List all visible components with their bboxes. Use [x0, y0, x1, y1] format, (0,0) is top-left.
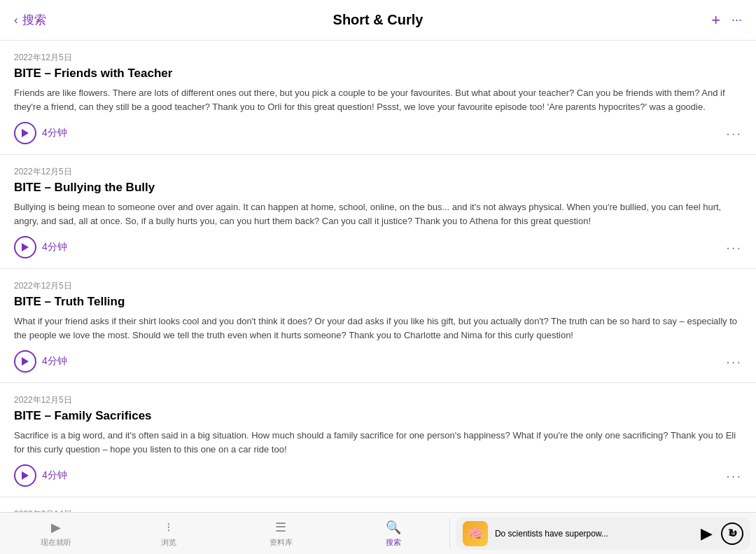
episode-date: 2022年12月5日	[14, 52, 742, 64]
add-button[interactable]: +	[711, 11, 720, 29]
episode-description: Friends are like flowers. There are lots…	[14, 86, 742, 113]
episode-date: 2022年12月5日	[14, 166, 742, 178]
tab-now-playing[interactable]: ▶ 现在就听	[0, 513, 112, 554]
episode-title: BITE – Family Sacrifices	[14, 409, 742, 423]
episode-controls: 4分钟 ···	[14, 122, 742, 154]
now-playing-skip-button[interactable]: ↻ 30	[721, 522, 743, 545]
now-playing-title: Do scientists have superpow...	[495, 529, 694, 539]
episode-controls: 4分钟 ···	[14, 350, 742, 382]
now-playing-bar[interactable]: 🧠 Do scientists have superpow... ▶ ↻ 30	[456, 517, 750, 550]
play-button[interactable]	[14, 464, 36, 487]
episode-more-button[interactable]: ···	[726, 240, 742, 256]
episode-date: 2022年12月5日	[14, 280, 742, 292]
now-playing-thumbnail: 🧠	[463, 521, 488, 546]
episode-list: 2022年12月5日 BITE – Friends with Teacher F…	[0, 41, 756, 512]
episode-item: 2022年12月5日 BITE – Friends with Teacher F…	[0, 41, 756, 155]
more-button[interactable]: ···	[732, 13, 742, 27]
browse-icon: ⁝	[167, 520, 171, 535]
tab-divider	[449, 518, 450, 548]
episode-duration: 4分钟	[42, 355, 67, 368]
play-button[interactable]	[14, 122, 36, 144]
play-icon	[21, 471, 29, 480]
episode-controls: 4分钟 ···	[14, 464, 742, 497]
now-playing-controls: ▶ ↻ 30	[701, 522, 743, 545]
tab-search-label: 搜索	[386, 537, 401, 548]
episode-description: Bullying is being mean to someone over a…	[14, 200, 742, 228]
tab-browse[interactable]: ⁝ 浏览	[112, 513, 224, 554]
episode-controls: 4分钟 ···	[14, 236, 742, 268]
back-button[interactable]: ‹ 搜索	[14, 12, 46, 28]
play-icon	[21, 357, 29, 366]
play-button[interactable]	[14, 350, 36, 373]
play-button[interactable]	[14, 236, 36, 258]
tab-search[interactable]: 🔍 搜索	[337, 513, 449, 554]
now-playing-emoji: 🧠	[468, 526, 483, 541]
episode-title: BITE – Bullying the Bully	[14, 181, 742, 195]
tab-library-label: 资料库	[270, 537, 293, 548]
episode-more-button[interactable]: ···	[726, 468, 742, 484]
svg-marker-1	[22, 243, 29, 251]
tab-bar: ▶ 现在就听 ⁝ 浏览 ☰ 资料库 🔍 搜索 🧠 Do scientists h…	[0, 512, 756, 554]
search-icon: 🔍	[386, 520, 401, 535]
svg-marker-3	[22, 471, 29, 480]
play-row: 4分钟	[14, 350, 67, 373]
now-playing-play-button[interactable]: ▶	[701, 525, 713, 543]
episode-duration: 4分钟	[42, 127, 67, 139]
episode-item: 2022年12月5日 BITE – Truth Telling What if …	[0, 269, 756, 383]
episode-more-button[interactable]: ···	[726, 125, 742, 141]
episode-item: 2022年9月14日	[0, 497, 756, 512]
episode-item: 2022年12月5日 BITE – Bullying the Bully Bul…	[0, 155, 756, 269]
episode-title: BITE – Truth Telling	[14, 295, 742, 309]
page-title: Short & Curly	[333, 12, 424, 28]
back-label[interactable]: 搜索	[22, 12, 46, 28]
episode-title: BITE – Friends with Teacher	[14, 67, 742, 81]
episode-duration: 4分钟	[42, 241, 67, 254]
play-row: 4分钟	[14, 122, 67, 144]
play-row: 4分钟	[14, 236, 67, 258]
episode-date: 2022年12月5日	[14, 394, 742, 406]
episode-duration: 4分钟	[42, 469, 67, 482]
tab-library[interactable]: ☰ 资料库	[225, 513, 337, 554]
tab-browse-label: 浏览	[161, 537, 176, 548]
header-actions: + ···	[711, 11, 742, 29]
skip-seconds-label: 30	[729, 530, 736, 537]
svg-marker-2	[22, 357, 29, 366]
back-icon: ‹	[14, 13, 18, 27]
svg-marker-0	[22, 129, 29, 137]
episode-item: 2022年12月5日 BITE – Family Sacrifices Sacr…	[0, 383, 756, 497]
play-icon	[21, 129, 29, 137]
play-icon	[21, 243, 29, 251]
tab-now-playing-label: 现在就听	[41, 537, 71, 548]
now-playing-icon: ▶	[51, 520, 61, 535]
episode-description: Sacrifice is a big word, and it's often …	[14, 429, 742, 456]
header: ‹ 搜索 Short & Curly + ···	[0, 0, 756, 41]
episode-description: What if your friend asks if their shirt …	[14, 314, 742, 342]
episode-more-button[interactable]: ···	[726, 354, 742, 370]
play-row: 4分钟	[14, 464, 67, 487]
library-icon: ☰	[275, 520, 286, 535]
